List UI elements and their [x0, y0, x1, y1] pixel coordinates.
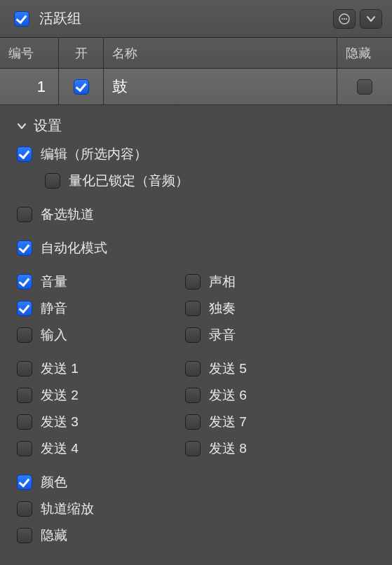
option-volume: 音量 — [17, 268, 185, 295]
send5-checkbox[interactable] — [185, 361, 201, 376]
edit-checkbox[interactable] — [17, 147, 32, 162]
option-solo: 独奏 — [185, 295, 381, 322]
mix-options: 音量静音输入 声相独奏录音 — [11, 268, 381, 348]
option-record: 录音 — [185, 322, 381, 348]
option-send2: 发送 2 — [17, 382, 185, 409]
send8-checkbox[interactable] — [185, 441, 201, 456]
column-number[interactable]: 编号 — [0, 38, 59, 68]
alt-track-checkbox[interactable] — [17, 207, 32, 222]
svg-point-2 — [344, 18, 345, 19]
option-input: 输入 — [17, 322, 185, 348]
option-send4: 发送 4 — [17, 435, 185, 462]
color-label: 颜色 — [41, 473, 67, 491]
send7-label: 发送 7 — [209, 413, 247, 431]
edit-label: 编辑（所选内容） — [41, 145, 147, 163]
mix-options-left: 音量静音输入 — [17, 268, 185, 348]
column-name-label: 名称 — [112, 45, 137, 62]
sends-options: 发送 1发送 2发送 3发送 4 发送 5发送 6发送 7发送 8 — [11, 355, 381, 462]
volume-checkbox[interactable] — [17, 274, 32, 290]
svg-point-3 — [346, 18, 347, 19]
send2-label: 发送 2 — [41, 386, 79, 404]
record-checkbox[interactable] — [185, 327, 201, 343]
option-track-zoom: 轨道缩放 — [11, 496, 381, 522]
cell-name-value: 鼓 — [112, 76, 128, 97]
active-group-checkbox[interactable] — [14, 11, 29, 27]
cell-name[interactable]: 鼓 — [104, 69, 337, 104]
column-hide[interactable]: 隐藏 — [337, 38, 392, 68]
send1-label: 发送 1 — [41, 360, 79, 378]
record-label: 录音 — [209, 326, 236, 344]
option-send3: 发送 3 — [17, 409, 185, 435]
option-pan: 声相 — [185, 268, 381, 295]
active-group-label: 活跃组 — [39, 9, 81, 28]
option-alt-track: 备选轨道 — [11, 201, 381, 228]
send4-label: 发送 4 — [41, 440, 79, 458]
send1-checkbox[interactable] — [17, 361, 32, 376]
pan-checkbox[interactable] — [185, 274, 201, 290]
option-send5: 发送 5 — [185, 355, 381, 382]
svg-point-1 — [342, 18, 343, 19]
track-zoom-checkbox[interactable] — [17, 501, 32, 517]
solo-checkbox[interactable] — [185, 301, 201, 316]
volume-label: 音量 — [41, 273, 67, 291]
option-color: 颜色 — [11, 469, 381, 496]
column-hide-label: 隐藏 — [346, 45, 371, 62]
column-number-label: 编号 — [8, 45, 34, 62]
send5-label: 发送 5 — [209, 360, 247, 378]
solo-label: 独奏 — [209, 299, 236, 318]
sends-right: 发送 5发送 6发送 7发送 8 — [185, 355, 381, 462]
settings-header[interactable]: 设置 — [11, 112, 381, 141]
top-bar: 活跃组 — [0, 0, 392, 38]
send2-checkbox[interactable] — [17, 388, 32, 403]
pan-label: 声相 — [209, 273, 236, 291]
hide-label: 隐藏 — [41, 526, 67, 545]
row-hide-checkbox[interactable] — [357, 79, 372, 95]
color-checkbox[interactable] — [17, 475, 32, 490]
column-name[interactable]: 名称 — [104, 38, 337, 68]
cell-hide — [337, 69, 392, 104]
table-row[interactable]: 1 鼓 — [0, 69, 392, 105]
send7-checkbox[interactable] — [185, 414, 201, 430]
column-on[interactable]: 开 — [59, 38, 104, 68]
quantize-locked-checkbox[interactable] — [45, 173, 60, 189]
chevron-down-icon[interactable] — [360, 9, 382, 29]
mute-checkbox[interactable] — [17, 301, 32, 316]
cell-number: 1 — [0, 69, 59, 104]
alt-track-label: 备选轨道 — [41, 205, 94, 224]
option-send8: 发送 8 — [185, 435, 381, 462]
send3-checkbox[interactable] — [17, 414, 32, 430]
option-automation-mode: 自动化模式 — [11, 235, 381, 261]
settings-title: 设置 — [34, 116, 62, 135]
more-options-icon[interactable] — [333, 9, 356, 29]
option-send6: 发送 6 — [185, 382, 381, 409]
quantize-locked-label: 量化已锁定（音频） — [69, 172, 189, 190]
column-header: 编号 开 名称 隐藏 — [0, 38, 392, 69]
send3-label: 发送 3 — [41, 413, 79, 431]
sends-left: 发送 1发送 2发送 3发送 4 — [17, 355, 185, 462]
top-bar-left: 活跃组 — [14, 9, 81, 28]
option-send1: 发送 1 — [17, 355, 185, 382]
option-send7: 发送 7 — [185, 409, 381, 435]
input-checkbox[interactable] — [17, 327, 32, 343]
disclosure-chevron-icon[interactable] — [15, 120, 28, 132]
hide-checkbox[interactable] — [17, 528, 32, 543]
track-zoom-label: 轨道缩放 — [41, 500, 94, 518]
option-hide: 隐藏 — [11, 522, 381, 549]
top-bar-right — [333, 9, 382, 29]
send6-label: 发送 6 — [209, 386, 247, 404]
row-on-checkbox[interactable] — [74, 79, 89, 95]
option-mute: 静音 — [17, 295, 185, 322]
option-quantize-locked: 量化已锁定（音频） — [11, 168, 381, 194]
input-label: 输入 — [41, 326, 67, 344]
send6-checkbox[interactable] — [185, 388, 201, 403]
send8-label: 发送 8 — [209, 440, 247, 458]
mix-options-right: 声相独奏录音 — [185, 268, 381, 348]
automation-mode-label: 自动化模式 — [41, 239, 107, 257]
automation-mode-checkbox[interactable] — [17, 240, 32, 256]
column-on-label: 开 — [75, 45, 88, 62]
cell-number-value: 1 — [37, 78, 46, 96]
cell-on — [59, 69, 104, 104]
send4-checkbox[interactable] — [17, 441, 32, 456]
option-edit: 编辑（所选内容） — [11, 141, 381, 168]
settings-panel: 设置 编辑（所选内容） 量化已锁定（音频） 备选轨道 自动化模式 音量静音输入 … — [0, 105, 392, 549]
